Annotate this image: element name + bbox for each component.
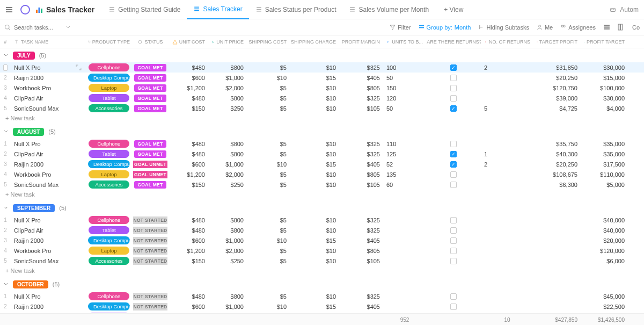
tab-getting-started-guide[interactable]: Getting Started Guide <box>102 0 187 19</box>
shipping-charge[interactable]: $10 <box>290 139 339 149</box>
profit-margin[interactable]: $805 <box>339 245 383 256</box>
collapse-button[interactable]: Co <box>632 24 640 31</box>
shipping-charge[interactable]: $10 <box>290 291 339 301</box>
status[interactable]: NOT STARTED <box>133 235 167 245</box>
task-name[interactable]: SonicSound Max <box>11 103 85 113</box>
units[interactable]: 110 <box>383 139 426 149</box>
num-returns[interactable]: 1 <box>481 149 533 159</box>
unit-cost[interactable]: $600 <box>167 73 208 83</box>
profit-margin[interactable]: $325 <box>339 139 383 149</box>
menu-button[interactable] <box>3 4 15 16</box>
unit-price[interactable]: $800 <box>208 62 247 73</box>
task-name[interactable]: Workbook Pro <box>11 83 85 93</box>
table-row[interactable]: 5SonicSound MaxAccessoriesGOAL MET$150$2… <box>0 179 644 190</box>
status[interactable]: GOAL MET <box>133 103 167 113</box>
shipping-cost[interactable]: $5 <box>247 93 290 103</box>
status[interactable]: NOT STARTED <box>133 225 167 235</box>
new-task-button[interactable]: + New task <box>0 113 644 125</box>
task-name[interactable]: Raijin 2000 <box>11 235 85 245</box>
status[interactable]: NOT STARTED <box>133 245 167 256</box>
returns-checkbox[interactable]: ✓ <box>450 161 457 168</box>
profit-margin[interactable]: $325 <box>339 291 383 301</box>
shipping-charge[interactable]: $10 <box>290 225 339 235</box>
table-row[interactable]: 4Workbook ProLaptopNOT STARTED$1,200$2,0… <box>0 245 644 256</box>
returns-checkbox[interactable] <box>450 171 457 178</box>
shipping-cost[interactable]: $5 <box>247 225 290 235</box>
returns-checkbox[interactable] <box>450 85 457 91</box>
unit-cost[interactable]: $1,200 <box>167 245 208 256</box>
profit-margin[interactable]: $325 <box>339 225 383 235</box>
col-num[interactable]: # <box>0 35 11 48</box>
col-returns[interactable]: ARE THERE RETURNS? <box>426 35 481 48</box>
assignees-button[interactable]: Assignees <box>560 24 596 31</box>
unit-price[interactable]: $800 <box>208 225 247 235</box>
table-row[interactable]: 2ClipPad AirTabletNOT STARTED$480$800$5$… <box>0 225 644 235</box>
table-row[interactable]: 5SonicSound MaxAccessoriesNOT STARTED$15… <box>0 256 644 266</box>
target-profit[interactable]: $35,750 <box>533 139 581 149</box>
col-shipcharge[interactable]: $SHIPPING CHARGE <box>290 35 339 48</box>
profit-margin[interactable]: $105 <box>339 179 383 190</box>
num-returns[interactable] <box>481 73 533 83</box>
table-row[interactable]: Null X ProCellphoneGOAL MET$480$800$5$10… <box>0 62 644 73</box>
col-status[interactable]: STATUS <box>133 35 167 48</box>
num-returns[interactable] <box>481 301 533 312</box>
units[interactable] <box>383 245 426 256</box>
num-returns[interactable] <box>481 83 533 93</box>
profit-target[interactable]: $45,000 <box>581 291 628 301</box>
target-profit[interactable] <box>533 291 581 301</box>
group-header-september[interactable]: SEPTEMBER(5) <box>0 201 644 215</box>
target-profit[interactable]: $39,000 <box>533 93 581 103</box>
units[interactable]: 100 <box>383 62 426 73</box>
units[interactable]: 150 <box>383 83 426 93</box>
shipping-charge[interactable]: $15 <box>290 159 339 169</box>
unit-price[interactable]: $2,000 <box>208 83 247 93</box>
units[interactable]: 52 <box>383 159 426 169</box>
profit-margin[interactable]: $105 <box>339 103 383 113</box>
returns-checkbox[interactable] <box>450 217 457 223</box>
group-header-july[interactable]: JULY(5) <box>0 48 644 62</box>
unit-price[interactable]: $800 <box>208 291 247 301</box>
profit-margin[interactable]: $325 <box>339 93 383 103</box>
profit-margin[interactable]: $405 <box>339 73 383 83</box>
shipping-cost[interactable]: $10 <box>247 159 290 169</box>
table-row[interactable]: 5SonicSound MaxAccessoriesGOAL MET$150$2… <box>0 103 644 113</box>
num-returns[interactable] <box>481 225 533 235</box>
product-type[interactable]: Cellphone <box>85 139 133 149</box>
target-profit[interactable] <box>533 235 581 245</box>
unit-cost[interactable]: $480 <box>167 291 208 301</box>
product-type[interactable]: Laptop <box>85 245 133 256</box>
returns-checkbox[interactable]: ✓ <box>450 64 457 71</box>
profit-target[interactable]: $30,000 <box>581 93 628 103</box>
search-input[interactable] <box>14 24 62 31</box>
task-name[interactable]: ClipPad Air <box>11 149 85 159</box>
status[interactable]: NOT STARTED <box>133 215 167 225</box>
subtasks-button[interactable]: Hiding Subtasks <box>478 24 529 31</box>
col-profit[interactable]: PROFIT MARGIN <box>339 35 383 48</box>
expand-icon[interactable] <box>76 64 82 70</box>
units[interactable] <box>383 225 426 235</box>
target-profit[interactable] <box>533 225 581 235</box>
shipping-cost[interactable]: $10 <box>247 73 290 83</box>
product-type[interactable]: Desktop Computer <box>85 73 133 83</box>
shipping-charge[interactable]: $10 <box>290 62 339 73</box>
col-units[interactable]: #UNITS TO B... <box>383 35 426 48</box>
task-name[interactable]: Workbook Pro <box>11 245 85 256</box>
units[interactable]: 50 <box>383 73 426 83</box>
returns-checkbox[interactable] <box>450 95 457 102</box>
returns-checkbox[interactable] <box>450 141 457 147</box>
units[interactable] <box>383 215 426 225</box>
task-name[interactable]: ClipPad Air <box>11 225 85 235</box>
shipping-charge[interactable]: $10 <box>290 169 339 179</box>
shipping-charge[interactable]: $10 <box>290 103 339 113</box>
profit-target[interactable]: $40,000 <box>581 215 628 225</box>
shipping-cost[interactable]: $5 <box>247 103 290 113</box>
unit-price[interactable]: $800 <box>208 93 247 103</box>
unit-cost[interactable]: $1,200 <box>167 169 208 179</box>
col-name[interactable]: TASK NAME <box>11 35 85 48</box>
unit-price[interactable]: $1,000 <box>208 235 247 245</box>
units[interactable] <box>383 256 426 266</box>
product-type[interactable]: Laptop <box>85 169 133 179</box>
unit-cost[interactable]: $1,200 <box>167 83 208 93</box>
unit-cost[interactable]: $150 <box>167 103 208 113</box>
profit-target[interactable]: $40,000 <box>581 225 628 235</box>
